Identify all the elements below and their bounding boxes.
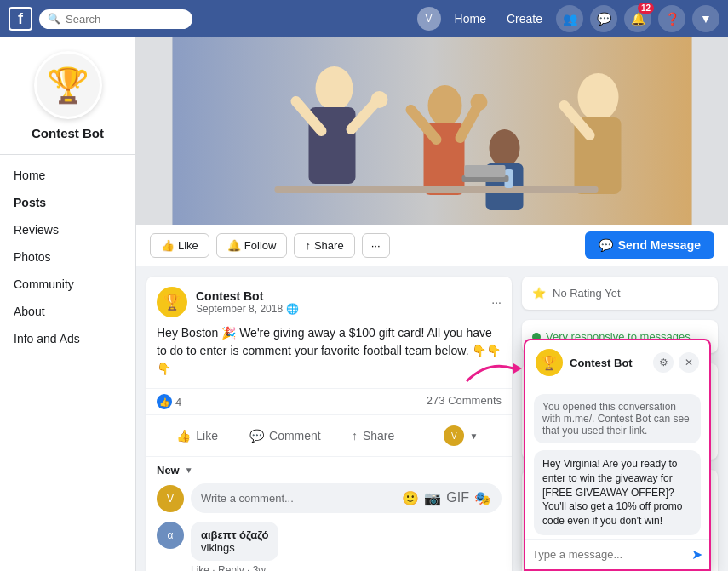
comment-input-row: V Write a comment... 🙂 📷 GIF 🎭 <box>157 483 502 513</box>
svg-point-10 <box>578 73 619 121</box>
page-actions-bar: 👍 Like 🔔 Follow ↑ Share ··· 💬 Send Messa… <box>136 225 728 266</box>
comment-avatar-1: α <box>157 522 184 549</box>
chat-input-area: ➤ <box>525 539 709 569</box>
sidebar-item-community[interactable]: Community <box>0 271 135 298</box>
sidebar-profile: 🏆 Contest Bot <box>0 37 135 155</box>
sidebar-page-name: Contest Bot <box>10 126 125 140</box>
messenger-icon-btn[interactable]: 💬 <box>590 5 617 32</box>
create-nav-link[interactable]: Create <box>500 9 549 29</box>
svg-rect-15 <box>275 186 599 193</box>
comment-text-1: vikings <box>201 541 268 554</box>
comment-input[interactable]: Write a comment... 🙂 📷 GIF 🎭 <box>191 483 502 513</box>
share-button[interactable]: ↑ Share <box>294 233 354 258</box>
comment-item: α αιβεπτ όζαζό vikings Like · Reply · 3w <box>157 522 502 571</box>
globe-icon: 🌐 <box>286 303 299 315</box>
comment-action-icon: 💬 <box>249 429 264 443</box>
sticker-icon[interactable]: 🎭 <box>474 490 491 506</box>
post-share-button[interactable]: ↑ Share <box>330 419 417 453</box>
chat-send-icon[interactable]: ➤ <box>691 546 702 562</box>
like-action-icon: 👍 <box>176 429 191 443</box>
chat-input[interactable] <box>532 548 686 561</box>
comment-input-icons: 🙂 📷 GIF 🎭 <box>402 490 491 506</box>
rating-row: ⭐ No Rating Yet <box>532 287 708 300</box>
feed: 🏆 Contest Bot September 8, 2018 🌐 ··· He… <box>146 277 512 571</box>
comment-bubble-1: αιβεπτ όζαζό vikings <box>191 522 278 561</box>
facebook-logo[interactable]: f <box>9 7 32 31</box>
home-nav-link[interactable]: Home <box>448 9 493 29</box>
like-icon-small: 👍 <box>157 394 172 409</box>
chevron-down-icon: ▼ <box>469 431 478 441</box>
sidebar-item-info-ads[interactable]: Info and Ads <box>0 325 135 352</box>
follow-button[interactable]: 🔔 Follow <box>216 233 288 258</box>
cover-photo-area <box>136 37 728 225</box>
more-options-button[interactable]: ··· <box>362 233 390 258</box>
help-icon-btn[interactable]: ❓ <box>658 5 685 32</box>
sidebar-item-posts[interactable]: Posts <box>0 189 135 216</box>
post-stats: 👍 4 273 Comments <box>146 388 512 415</box>
friends-icon: 👥 <box>563 12 577 26</box>
share-action-icon: ↑ <box>352 429 358 443</box>
question-icon: ❓ <box>665 12 679 26</box>
chevron-down-icon: ▼ <box>700 12 712 26</box>
chat-header: 🏆 Contest Bot ⚙ ✕ <box>525 340 709 385</box>
like-count: 👍 4 <box>157 394 181 409</box>
post-card: 🏆 Contest Bot September 8, 2018 🌐 ··· He… <box>146 277 512 571</box>
comments-sort-label[interactable]: New <box>157 464 180 477</box>
chat-system-message: You opened this conversation with m.me/.… <box>534 394 701 443</box>
chevron-down-icon-btn[interactable]: ▼ <box>692 5 719 32</box>
notifications-badge: 12 <box>638 3 654 14</box>
page-sidebar: 🏆 Contest Bot Home Posts Reviews Photos … <box>0 37 136 571</box>
user-avatar[interactable]: V <box>417 7 441 31</box>
post-more-button[interactable]: ··· <box>491 295 502 309</box>
chat-bot-message-1: Hey Virginia! Are you ready to enter to … <box>534 450 701 535</box>
cover-photo <box>136 37 728 225</box>
nav-left: f 🔍 <box>9 7 192 31</box>
chat-messages: You opened this conversation with m.me/.… <box>525 385 709 539</box>
like-button[interactable]: 👍 Like <box>150 233 209 258</box>
post-comment-button[interactable]: 💬 Comment <box>241 419 329 453</box>
chat-close-button[interactable]: ✕ <box>679 352 699 373</box>
chat-popup: 🏆 Contest Bot ⚙ ✕ You opened this conver… <box>524 339 711 571</box>
post-actions: 👍 Like 💬 Comment ↑ Share V <box>146 415 512 456</box>
search-bar-container[interactable]: 🔍 <box>39 9 192 29</box>
post-like-button[interactable]: 👍 Like <box>153 419 241 453</box>
svg-point-6 <box>428 85 462 126</box>
post-meta: Contest Bot September 8, 2018 🌐 <box>196 289 483 315</box>
chat-header-icons: ⚙ ✕ <box>653 352 699 373</box>
comments-section: New ▼ V Write a comment... 🙂 📷 GIF <box>146 456 512 571</box>
comment-input-placeholder: Write a comment... <box>201 492 294 505</box>
send-message-button[interactable]: 💬 Send Message <box>585 231 714 259</box>
comment-actions-1: Like · Reply · 3w <box>191 564 278 571</box>
follow-icon: 🔔 <box>227 239 241 252</box>
notifications-icon-btn[interactable]: 🔔 12 <box>624 5 651 32</box>
like-icon: 👍 <box>161 239 175 252</box>
sidebar-nav: Home Posts Reviews Photos Community Abou… <box>0 155 135 359</box>
chat-bot-avatar: 🏆 <box>536 349 563 376</box>
chat-bot-name: Contest Bot <box>570 357 646 369</box>
post-author-avatar: 🏆 <box>157 287 187 317</box>
bell-icon: 🔔 <box>631 12 645 26</box>
comment-author-1: αιβεπτ όζαζό <box>201 528 268 541</box>
gif-icon[interactable]: GIF <box>446 490 469 506</box>
chat-gear-button[interactable]: ⚙ <box>653 352 674 373</box>
page-trophy-icon: 🏆 <box>34 51 102 119</box>
comment-user-avatar: V <box>157 485 184 512</box>
svg-point-19 <box>371 91 388 108</box>
rating-widget: ⭐ No Rating Yet <box>522 277 718 310</box>
friends-icon-btn[interactable]: 👥 <box>556 5 583 32</box>
svg-rect-18 <box>465 165 506 177</box>
current-user-avatar-small: V <box>444 425 464 446</box>
sidebar-item-reviews[interactable]: Reviews <box>0 216 135 243</box>
emoji-icon[interactable]: 🙂 <box>402 490 419 506</box>
search-icon: 🔍 <box>48 13 60 25</box>
sidebar-item-about[interactable]: About <box>0 298 135 325</box>
svg-point-13 <box>490 129 520 167</box>
sidebar-item-photos[interactable]: Photos <box>0 243 135 271</box>
sidebar-item-home[interactable]: Home <box>0 162 135 189</box>
search-input[interactable] <box>66 13 185 26</box>
camera-icon[interactable]: 📷 <box>424 490 441 506</box>
messenger-icon: 💬 <box>597 12 611 26</box>
sort-chevron-icon[interactable]: ▼ <box>185 465 193 475</box>
messenger-btn-icon: 💬 <box>599 238 613 252</box>
comment-avatar-btn[interactable]: V ▼ <box>417 419 505 453</box>
